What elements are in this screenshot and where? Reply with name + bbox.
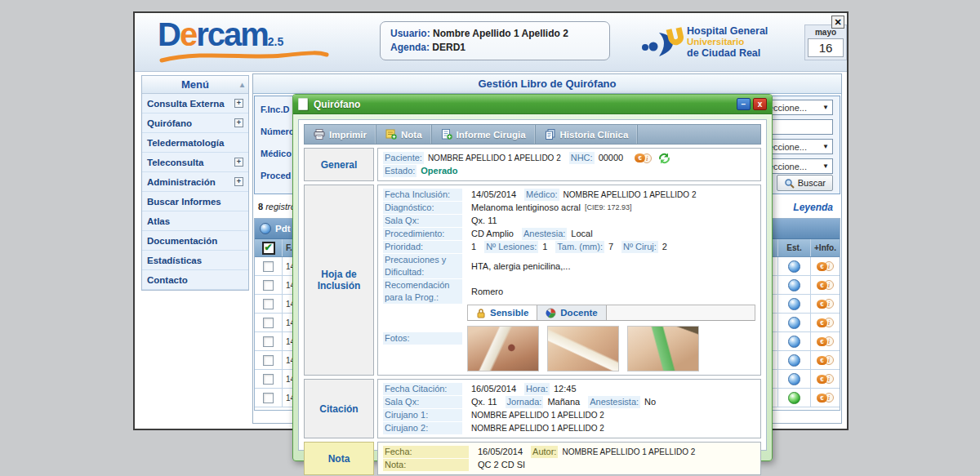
field-row: Nota:QC 2 CD SI [383,459,755,471]
info-icon[interactable]: €i [817,280,834,290]
logo-swoosh-icon [159,49,331,65]
toolbar-imprimir[interactable]: Imprimir [305,125,376,144]
info-icon[interactable]: €i [817,318,834,327]
status-circle-blue [788,279,800,291]
sidebar-item-administracion[interactable]: Administración+ [142,172,248,192]
header-info[interactable]: +Info. [810,239,840,256]
section-label-citacion: Citación [304,379,374,438]
info-icon[interactable]: €i [817,374,834,384]
field-row: Diagnóstico:Melanoma lentiginoso acral[C… [383,202,755,214]
minimize-icon[interactable]: − [737,98,751,110]
field-label: Precauciones y Dificultad: [383,254,462,278]
sidebar-item-quirofano[interactable]: Quirófano+ [142,113,248,133]
sidebar-menu: Menú▴ Consulta Externa+Quirófano+Teleder… [141,75,249,291]
row-select-cell [255,332,283,350]
toolbar-historia-clinica[interactable]: Historia Clínica [536,125,639,144]
header-est[interactable]: Est. [777,239,810,256]
row-checkbox[interactable] [263,374,274,385]
row-checkbox[interactable] [263,261,274,272]
collapse-icon[interactable]: ▴ [240,76,244,94]
history-icon [545,129,556,140]
info-badge-left: € [817,300,827,309]
row-info-cell: €i [810,295,840,313]
field-row: Recomendación para la Prog.:Romero [383,279,755,304]
field-value: 12:45 [554,383,577,395]
field-row: Sala Qx:Qx. 11Jornada:MañanaAnestesista:… [383,396,755,408]
general-icons: €i [635,153,670,164]
toolbar-label: Historia Clínica [560,130,629,140]
row-est-cell [777,314,810,331]
tab-label: Sensible [490,307,528,319]
field-label: Autor: [531,446,558,458]
modal-title-bar[interactable]: Quirófano − x [293,95,772,114]
row-checkbox[interactable] [263,393,274,403]
field-row: Procedimiento:CD AmplioAnestesia:Local [383,228,755,240]
info-icon[interactable]: €i [817,336,834,346]
row-checkbox[interactable] [263,355,274,366]
expand-plus-icon[interactable]: + [234,177,243,186]
search-button[interactable]: Buscar [777,175,833,191]
info-badge-left: € [817,356,827,365]
row-est-cell [777,276,810,294]
sidebar-item-estadisticas[interactable]: Estadísticas [142,251,248,270]
field-row: Fecha:16/05/2014Autor:NOMBRE APELLIDO 1 … [383,446,755,458]
sidebar-item-contacto[interactable]: Contacto [142,270,248,290]
fotos-row: Fotos: Sensible Docente [383,305,755,371]
field-label: Nº Ciruj: [621,241,658,253]
search-icon [784,178,795,189]
status-circle-blue [788,336,800,348]
info-icon[interactable]: €i [817,299,834,309]
header-select-cell: ✔ [255,239,283,256]
field-value: 7 [608,241,613,253]
field-value: Romero [471,286,503,298]
legend-link[interactable]: Leyenda [793,202,833,213]
field-row: Prioridad:1Nº Lesiones:1Tam. (mm):7Nº Ci… [383,241,755,253]
sidebar-item-atlas[interactable]: Atlas [142,211,248,231]
info-icon[interactable]: €i [817,393,834,403]
toolbar-nota[interactable]: Nota [376,125,432,144]
field-row: Estado: Operado [383,165,755,177]
photo-thumbnail-3[interactable] [627,326,699,371]
row-checkbox[interactable] [263,299,274,309]
sidebar-item-buscar-informes[interactable]: Buscar Informes [142,192,248,211]
hospital-line1: Hospital General [687,25,768,37]
field-value: 00000 [599,152,624,164]
info-icon[interactable]: €i [817,261,834,271]
sidebar-item-label: Buscar Informes [147,197,221,207]
sidebar-item-documentacion[interactable]: Documentación [142,231,248,251]
field-value: NOMBRE APELLIDO 1 APELLIDO 2 [471,422,604,434]
photo-thumbnail-1[interactable] [467,326,539,371]
sidebar-item-teledermatologia[interactable]: Teledermatología [142,133,248,153]
row-checkbox[interactable] [263,336,274,347]
info-icon[interactable]: €i [817,355,834,365]
status-circle-blue [788,354,800,367]
field-value: 16/05/2014 [471,383,516,395]
tab-docente[interactable]: Docente [537,305,606,320]
photo-thumbnail-2[interactable] [547,326,619,371]
close-icon[interactable]: x [753,98,767,110]
sidebar-item-teleconsulta[interactable]: Teleconsulta+ [142,153,248,172]
agenda-line: Agenda: DERD1 [390,41,599,55]
toolbar-informe-cirugia[interactable]: Informe Cirugia [432,125,536,144]
info-icon[interactable]: €i [635,153,652,163]
field-label: Estado: [383,165,416,177]
select-all-checkbox[interactable]: ✔ [262,242,275,255]
field-label: Sala Qx: [383,215,462,227]
calendar-date-box[interactable]: mayo 16 [804,24,847,60]
sidebar-item-consulta-externa[interactable]: Consulta Externa+ [142,94,248,113]
fotos-thumbnails [467,326,755,371]
status-orb-icon [260,223,271,234]
window-close-icon[interactable]: ✕ [831,16,844,29]
tab-sensible[interactable]: Sensible [468,305,537,320]
row-select-cell [255,370,283,388]
field-value: 16/05/2014 [478,446,523,458]
field-value: Local [571,228,592,240]
expand-plus-icon[interactable]: + [234,158,243,167]
row-checkbox[interactable] [263,318,274,328]
row-info-cell: €i [810,257,840,275]
row-checkbox[interactable] [263,280,274,291]
dercam-logo: Dercam2.5 [158,16,337,65]
refresh-icon[interactable] [658,153,670,164]
expand-plus-icon[interactable]: + [234,99,243,108]
expand-plus-icon[interactable]: + [234,118,243,127]
